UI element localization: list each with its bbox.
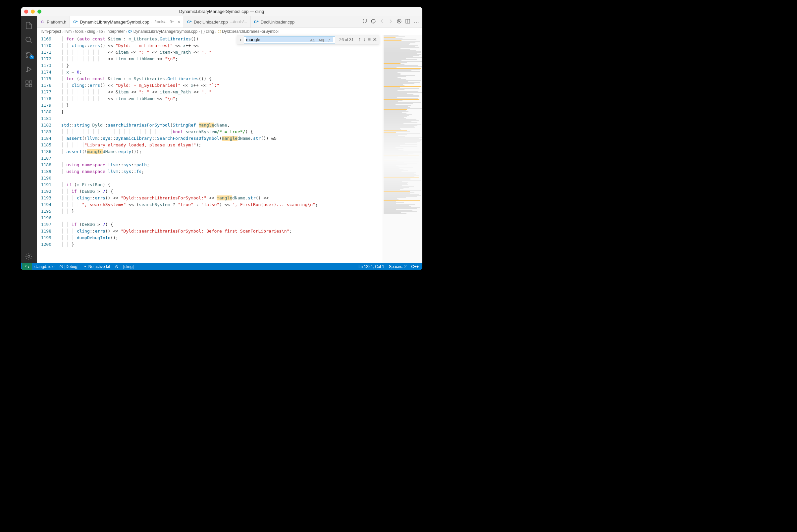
svg-point-2	[26, 56, 28, 58]
svg-rect-7	[26, 84, 28, 87]
svg-point-1	[26, 52, 28, 54]
find-in-selection-icon[interactable]: ≡	[368, 36, 371, 43]
run-debug-icon[interactable]	[21, 63, 37, 76]
svg-point-4	[26, 71, 27, 72]
find-prev-icon[interactable]: ↑	[358, 36, 361, 43]
maximize-window[interactable]	[37, 10, 41, 14]
status-cling[interactable]: [cling]	[121, 264, 136, 269]
next-change-icon[interactable]	[388, 19, 393, 25]
run-code-icon[interactable]	[397, 19, 402, 25]
breadcrumb[interactable]: llvm-project › llvm › tools › cling › li…	[37, 28, 422, 35]
minimap[interactable]	[383, 35, 422, 263]
file-icon: C⁺	[187, 20, 192, 24]
window-title: DynamicLibraryManagerSymbol.cpp — cling	[21, 9, 422, 14]
file-icon: C⁺	[254, 20, 259, 24]
line-gutter: 1169 1170 1171 1172 1173 1174 1175 1176 …	[37, 35, 56, 263]
explorer-icon[interactable]	[21, 19, 37, 32]
svg-rect-8	[30, 84, 32, 87]
editor-actions: ⋯	[359, 16, 422, 27]
minimize-window[interactable]	[31, 10, 35, 14]
find-whole-word[interactable]: Ab|	[317, 37, 325, 43]
tab-path: .../tools/... 9+	[151, 20, 174, 24]
breadcrumb-symbol[interactable]: Dyld::searchLibrariesForSymbol	[222, 29, 279, 34]
status-clangd[interactable]: clangd: idle	[32, 264, 57, 269]
editor-tab[interactable]: C⁺DeclUnloader.cpp	[251, 16, 299, 27]
settings-gear-icon[interactable]	[21, 250, 37, 263]
find-close-icon[interactable]: ✕	[373, 36, 377, 43]
file-icon: C⁺	[73, 20, 78, 24]
more-actions-icon[interactable]: ⋯	[414, 19, 419, 25]
find-input-wrap: Aa Ab| .*	[244, 36, 335, 43]
breadcrumb-segment[interactable]: Interpreter	[106, 29, 125, 34]
breadcrumb-segment[interactable]: llvm	[64, 29, 72, 34]
search-icon[interactable]	[21, 34, 37, 47]
svg-point-0	[26, 37, 31, 42]
status-kit[interactable]: No active kit	[81, 264, 112, 269]
extensions-icon[interactable]	[21, 77, 37, 91]
tab-label: DeclUnloader.cpp	[261, 20, 295, 24]
tab-path: .../tools/...	[230, 20, 247, 24]
tab-label: Platform.h	[47, 20, 66, 24]
find-widget: › Aa Ab| .* 26 of 31 ↑ ↓ ≡ ✕	[237, 35, 379, 44]
svg-point-14	[116, 266, 117, 267]
breadcrumb-file[interactable]: DynamicLibraryManagerSymbol.cpp	[133, 29, 197, 34]
breadcrumb-segment[interactable]: tools	[75, 29, 83, 34]
close-window[interactable]	[24, 10, 28, 14]
status-bar: clangd: idle [Debug] No active kit [clin…	[21, 263, 422, 270]
tab-label: DeclUnloader.cpp	[194, 20, 228, 24]
find-toggle-replace[interactable]: ›	[237, 37, 244, 43]
activity-bar: 3	[21, 16, 37, 263]
status-build-gear-icon[interactable]	[112, 265, 121, 269]
status-spaces[interactable]: Spaces: 2	[386, 264, 409, 269]
breadcrumb-ns[interactable]: cling	[206, 29, 214, 34]
editor-area: 1169 1170 1171 1172 1173 1174 1175 1176 …	[37, 35, 422, 263]
find-regex[interactable]: .*	[327, 37, 331, 43]
split-editor-icon[interactable]	[405, 19, 411, 25]
code-editor[interactable]: │ for (auto const &item : m_Libraries.Ge…	[56, 35, 383, 263]
find-result-count: 26 of 31	[337, 37, 356, 42]
editor-tab[interactable]: C⁺DynamicLibraryManagerSymbol.cpp.../too…	[70, 16, 184, 27]
scm-badge: 3	[30, 55, 34, 59]
traffic-lights	[24, 10, 41, 14]
vscode-window: DynamicLibraryManagerSymbol.cpp — cling …	[21, 7, 422, 270]
breadcrumb-segment[interactable]: cling	[87, 29, 95, 34]
run-icon[interactable]	[371, 19, 376, 25]
app-body: 3 CPlatform.hC⁺DynamicLibraryManagerSymb…	[21, 16, 422, 263]
tab-close-icon[interactable]: ×	[177, 19, 180, 24]
remote-indicator[interactable]	[22, 263, 32, 270]
editor-tabs: CPlatform.hC⁺DynamicLibraryManagerSymbol…	[37, 16, 422, 28]
find-case-sensitive[interactable]: Aa	[309, 37, 316, 43]
svg-rect-6	[30, 81, 32, 83]
breadcrumb-segment[interactable]: llvm-project	[41, 29, 61, 34]
main-column: CPlatform.hC⁺DynamicLibraryManagerSymbol…	[37, 16, 422, 263]
source-control-icon[interactable]: 3	[21, 48, 37, 61]
status-cursor-pos[interactable]: Ln 1224, Col 1	[356, 264, 386, 269]
titlebar: DynamicLibraryManagerSymbol.cpp — cling	[21, 7, 422, 16]
editor-tab[interactable]: C⁺DeclUnloader.cpp.../tools/...	[184, 16, 251, 27]
find-next-icon[interactable]: ↓	[363, 36, 366, 43]
status-debug[interactable]: [Debug]	[57, 264, 81, 269]
tab-label: DynamicLibraryManagerSymbol.cpp	[80, 20, 149, 24]
svg-rect-5	[26, 81, 28, 83]
breadcrumb-segment[interactable]: lib	[99, 29, 103, 34]
file-icon: C	[40, 20, 45, 24]
status-lang[interactable]: C++	[409, 264, 421, 269]
compare-changes-icon[interactable]	[362, 19, 367, 25]
editor-tab[interactable]: CPlatform.h	[37, 16, 70, 27]
prev-change-icon[interactable]	[379, 19, 384, 25]
svg-point-9	[28, 255, 30, 258]
